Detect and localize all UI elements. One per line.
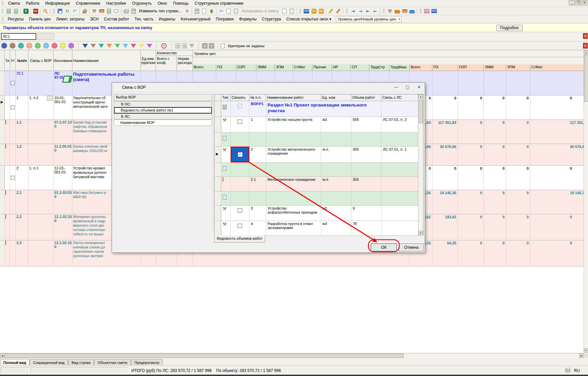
- scroll-down-button[interactable]: ▼: [584, 348, 588, 353]
- edit-row-button[interactable]: [327, 8, 335, 15]
- col-header-basis[interactable]: Обоснование: [54, 50, 72, 71]
- filter-funnel-icon[interactable]: [139, 44, 144, 48]
- tab-object-estimate[interactable]: Объектная смета: [94, 359, 131, 365]
- col-header-type[interactable]: Тип: [221, 94, 231, 101]
- close-filter-button[interactable]: ✕: [583, 43, 588, 49]
- vor-link-button[interactable]: ⋯: [47, 96, 53, 100]
- add-document-button[interactable]: [200, 8, 208, 15]
- folder-p-button[interactable]: Р: [310, 8, 317, 15]
- move-rows-button[interactable]: [208, 8, 215, 15]
- copy-fragment-button[interactable]: [281, 8, 288, 15]
- filter-circle-icon[interactable]: [18, 43, 24, 49]
- filter-circle-icon[interactable]: [10, 43, 15, 49]
- col-header-qty-total[interactable]: Всего скоэф.: [156, 56, 177, 71]
- horizontal-scrollbar[interactable]: ◀ ▶: [0, 353, 584, 358]
- cancel-button[interactable]: Отмена: [399, 243, 424, 251]
- machines-button[interactable]: [394, 8, 401, 15]
- paste-fragment-button[interactable]: [288, 8, 295, 15]
- menu-okno[interactable]: Окно: [155, 0, 170, 6]
- toolbar-grip[interactable]: [383, 9, 385, 13]
- col-header-ozp[interactable]: ОЗП: [236, 64, 256, 71]
- col-header-work-name[interactable]: Наименование работ: [266, 94, 321, 101]
- pink-books-button[interactable]: [423, 8, 430, 15]
- col-header-volume[interactable]: Объем работ: [351, 94, 381, 101]
- filter-circle-icon[interactable]: [60, 43, 66, 49]
- link-checkbox-selected[interactable]: ✓: [231, 147, 249, 162]
- vor-row-material-2-1[interactable]: 2.1 Металлическое ограждение м.п. 305: [215, 177, 423, 192]
- link-checkbox[interactable]: [238, 224, 242, 228]
- filter-funnel-icon[interactable]: [91, 44, 96, 48]
- approve-checkbox[interactable]: [11, 81, 15, 85]
- menu-nastroyki[interactable]: Настройки: [103, 0, 129, 6]
- filter-funnel-icon[interactable]: [82, 44, 88, 48]
- row-checkbox[interactable]: [11, 105, 15, 109]
- folder-pr-button[interactable]: ПР: [317, 8, 325, 15]
- col-header-vsego2[interactable]: Всего: [410, 64, 432, 71]
- col-header-unit[interactable]: Ед.изм.(краткая: [141, 50, 156, 71]
- indent-right2-button[interactable]: ⇥: [357, 8, 364, 15]
- add-work-button[interactable]: ⚒: [91, 8, 98, 15]
- methodic-button[interactable]: [303, 8, 310, 15]
- link-checkbox[interactable]: [238, 120, 242, 124]
- col-header-link[interactable]: Связать: [231, 94, 249, 101]
- copy-button[interactable]: [225, 8, 232, 15]
- vor-row-spacer[interactable]: [215, 133, 423, 147]
- tree-add-button[interactable]: [12, 8, 20, 15]
- vor-group-ls[interactable]: В ЛС:: [114, 114, 212, 120]
- tab-panel-cen[interactable]: Панель цен: [26, 16, 53, 22]
- dialog-close-button[interactable]: ✕: [413, 83, 425, 92]
- filter-circle-icon[interactable]: [68, 43, 74, 49]
- filter-funnel-icon[interactable]: [131, 44, 136, 48]
- tab-sostav-rabot[interactable]: Состав работ: [101, 16, 132, 22]
- add-row-button[interactable]: [105, 8, 113, 15]
- works-resources-button[interactable]: ⚒: [386, 8, 394, 15]
- section-checkbox[interactable]: ✓: [238, 104, 242, 108]
- cut-button[interactable]: ✂: [218, 8, 225, 15]
- col-header-trudmash[interactable]: ТрудМаш: [390, 64, 410, 71]
- tab-short-view[interactable]: Сокращенный вид: [30, 359, 68, 365]
- scroll-down-button[interactable]: ▼: [418, 231, 423, 235]
- clear-filter-button[interactable]: ✕: [161, 43, 167, 49]
- col-header-num[interactable]: №п/п: [16, 50, 28, 71]
- unlock-button[interactable]: [81, 8, 88, 15]
- tab-tech-chast[interactable]: Тех. часть: [132, 16, 156, 22]
- vor-row-work-1[interactable]: ⚒ 1 Устройство насыпи грунта м3 555 ЛС 0…: [215, 117, 423, 133]
- criteria-list-icon[interactable]: [175, 44, 180, 48]
- tab-limit-zatraty[interactable]: Лимит. затраты: [53, 16, 87, 22]
- col-header-vsego[interactable]: Всего: [193, 64, 216, 71]
- add-comment-button[interactable]: [113, 8, 120, 15]
- filter-gray-icon[interactable]: [189, 44, 194, 48]
- delete-button[interactable]: ✕: [183, 8, 191, 15]
- vor-row-section[interactable]: ✓ ВОР.Р1 Раздел №1 Проект организации зе…: [215, 101, 423, 117]
- window-maximize-button[interactable]: ❐: [575, 0, 581, 5]
- filter-funnel-icon[interactable]: [107, 44, 112, 48]
- col-header-emm2[interactable]: ЭММ: [484, 64, 506, 71]
- excel-export-button[interactable]: X: [22, 8, 30, 15]
- refresh-button[interactable]: ↻: [64, 8, 71, 15]
- filter-circle-icon[interactable]: [52, 43, 57, 49]
- horizontal-scroll-thumb[interactable]: [5, 354, 404, 358]
- toolbar-grip[interactable]: [53, 9, 55, 13]
- pdf-export-button[interactable]: PDF: [32, 8, 39, 15]
- vor-row-work-4[interactable]: ⚒ 4 Разработка грунта в отвал экскаватор…: [215, 221, 423, 236]
- print-status-icon[interactable]: [565, 368, 570, 373]
- tab-row-view[interactable]: Вид строки: [68, 359, 94, 365]
- dialog-title-bar[interactable]: Связь с ВОР — ▢ ✕: [112, 83, 425, 92]
- criteria-page-icon[interactable]: [221, 44, 225, 48]
- open-windows-dropdown[interactable]: Список открытых окон ▾: [284, 16, 334, 22]
- copy-to-estimate-button[interactable]: Копировать в смету: [240, 9, 281, 13]
- col-header-zpm[interactable]: ЗПМ: [275, 64, 293, 71]
- tab-resursy[interactable]: Ресурсы: [5, 16, 26, 22]
- scroll-up-button[interactable]: ▲: [584, 50, 588, 55]
- delete-edit-button[interactable]: [335, 8, 342, 15]
- scroll-right-button[interactable]: ▶: [579, 354, 584, 358]
- structure-button[interactable]: [130, 8, 137, 15]
- paste-button[interactable]: [232, 8, 240, 15]
- col-header-pz[interactable]: ПЗ: [216, 64, 236, 71]
- tab-full-view[interactable]: Полный вид: [0, 359, 30, 365]
- scroll-left-button[interactable]: ◀: [0, 354, 4, 358]
- change-row-type-button[interactable]: Изменить тип строки...: [137, 9, 183, 13]
- col-header-nr[interactable]: НР: [332, 64, 351, 71]
- close-document-button[interactable]: ✕: [583, 33, 588, 39]
- vor-item-name[interactable]: Наименование ВОР: [114, 120, 212, 126]
